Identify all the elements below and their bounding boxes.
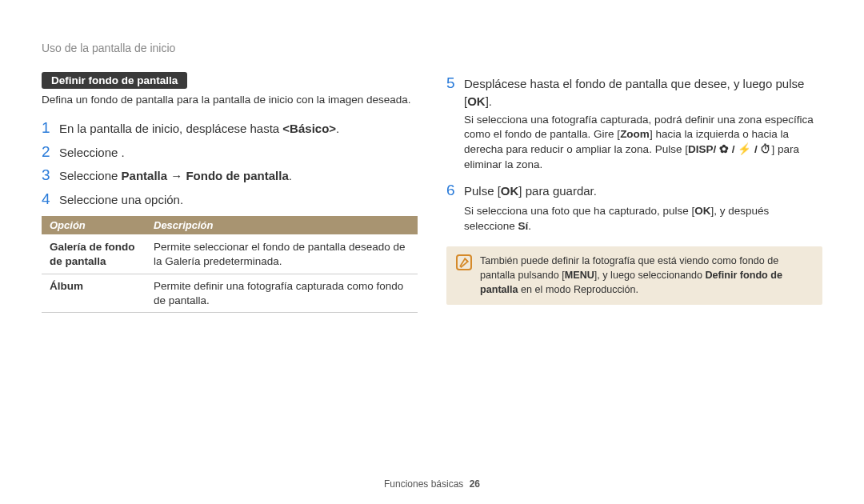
step-4: 4 Seleccione una opción. [42, 188, 418, 210]
right-column: 5 Desplácese hasta el fondo de pantalla … [446, 42, 822, 313]
step-text: En la pantalla de inicio, desplácese has… [59, 120, 418, 138]
ok-icon: OK [501, 184, 519, 198]
menu-icon: MENU [565, 270, 594, 281]
step-number: 1 [42, 117, 59, 139]
steps-left: 1 En la pantalla de inicio, desplácese h… [42, 117, 418, 210]
page-body: Uso de la pantalla de inicio Definir fon… [0, 0, 864, 337]
step-5: 5 Desplácese hasta el fondo de pantalla … [446, 72, 822, 178]
step-1: 1 En la pantalla de inicio, desplácese h… [42, 117, 418, 139]
cell-option: Galería de fondo de pantalla [42, 235, 146, 274]
step-number: 6 [446, 179, 464, 202]
step-3: 3 Seleccione Pantalla → Fondo de pantall… [42, 164, 418, 186]
breadcrumb: Uso de la pantalla de inicio [42, 42, 418, 54]
th-option: Opción [42, 216, 146, 235]
table-row: Álbum Permite definir una fotografía cap… [42, 274, 418, 312]
th-description: Descripción [146, 216, 418, 235]
step-number: 3 [42, 164, 59, 186]
table-row: Galería de fondo de pantalla Permite sel… [42, 235, 418, 274]
note-text: También puede definir la fotografía que … [480, 254, 813, 297]
step-number: 5 [446, 72, 464, 94]
step-sub: Si selecciona una foto que ha capturado,… [464, 204, 822, 234]
step-text: Pulse [OK] para guardar. [464, 182, 822, 200]
step-number: 4 [42, 188, 59, 210]
step-text: Seleccione una opción. [59, 191, 418, 209]
step-text: Seleccione Pantalla → Fondo de pantalla. [59, 167, 418, 185]
ok-icon: OK [467, 94, 486, 108]
nav-icons: DISP/ ✿ / ⚡ / ⏱ [688, 143, 772, 155]
step-6: 6 Pulse [OK] para guardar. Si selecciona… [446, 179, 822, 238]
note-icon [456, 254, 472, 270]
steps-right: 5 Desplácese hasta el fondo de pantalla … [446, 72, 822, 238]
note-box: También puede definir la fotografía que … [446, 246, 822, 305]
cell-option: Álbum [42, 274, 146, 312]
options-table: Opción Descripción Galería de fondo de p… [42, 216, 418, 313]
ok-icon: OK [694, 205, 710, 217]
step-sub: Si selecciona una fotografía capturada, … [464, 113, 822, 174]
page-footer: Funciones básicas 26 [0, 478, 864, 490]
left-column: Uso de la pantalla de inicio Definir fon… [42, 42, 418, 313]
section-pill: Definir fondo de pantalla [42, 72, 187, 89]
step-2: 2 Seleccione . [42, 141, 418, 163]
step-text: Seleccione . [59, 144, 418, 162]
cell-description: Permite definir una fotografía capturada… [146, 274, 418, 312]
step-text: Desplácese hasta el fondo de pantalla qu… [464, 75, 822, 110]
footer-section: Funciones básicas [384, 478, 463, 490]
intro-text: Defina un fondo de pantalla para la pant… [42, 94, 418, 106]
cell-description: Permite seleccionar el fondo de pantalla… [146, 235, 418, 274]
step-number: 2 [42, 141, 59, 163]
page-number: 26 [470, 478, 480, 490]
